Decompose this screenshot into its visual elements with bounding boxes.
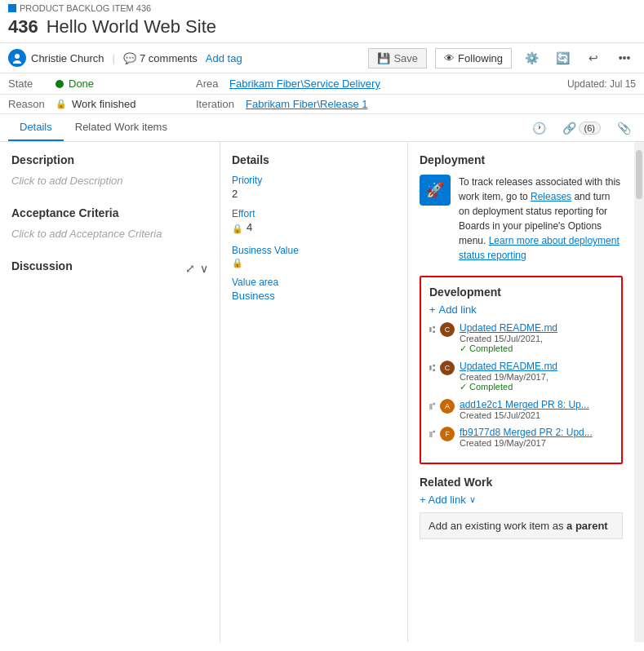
save-button[interactable]: 💾 Save	[368, 48, 427, 69]
state-field: State Done	[8, 78, 180, 90]
iteration-label: Iteration	[196, 98, 241, 110]
development-title: Development	[429, 286, 613, 299]
comment-icon: 💬	[123, 52, 136, 64]
comments-button[interactable]: 💬 7 comments	[123, 52, 198, 64]
dev-sub-4: Created 19/May/2017	[460, 438, 593, 448]
dev-link-4[interactable]: fb9177d8 Merged PR 2: Upd...	[460, 427, 593, 438]
dev-item-content-3: add1e2c1 Merged PR 8: Up... Created 15/J…	[460, 399, 589, 420]
chevron-down-icon: ∨	[469, 494, 476, 505]
plus-icon-related: + Add link	[420, 494, 466, 506]
right-panel: Deployment 🚀 To track releases associate…	[408, 142, 634, 642]
reason-value[interactable]: Work finished	[72, 98, 136, 110]
item-number: 436	[8, 16, 38, 38]
discussion-icons: ⤢ ∨	[185, 262, 208, 275]
tab-related[interactable]: Related Work items	[64, 114, 179, 141]
related-work-box[interactable]: Add an existing work item as a parent	[420, 512, 623, 539]
related-work-title: Related Work	[420, 476, 623, 489]
state-value[interactable]: Done	[69, 78, 94, 90]
business-value-lock-icon: 🔒	[232, 258, 243, 268]
lock-icon: 🔒	[56, 99, 67, 109]
dev-sub-2: Created 19/May/2017,	[460, 372, 557, 382]
click-to-add-description[interactable]: Click to add Description	[11, 171, 208, 190]
related-add-link-button[interactable]: + Add link ∨	[420, 494, 623, 506]
eye-icon: 👁	[444, 52, 455, 64]
collapse-icon[interactable]: ∨	[200, 262, 208, 275]
scrollbar[interactable]	[634, 142, 644, 642]
dev-status-1: ✓ Completed	[460, 343, 557, 354]
following-button[interactable]: 👁 Following	[435, 48, 512, 69]
svg-point-0	[15, 54, 20, 59]
dev-status-2: ✓ Completed	[460, 382, 557, 392]
attachments-icon[interactable]: 📎	[612, 118, 636, 138]
dev-add-link-button[interactable]: + Add link	[429, 303, 613, 316]
following-label: Following	[458, 52, 503, 64]
add-link-label: Add link	[439, 303, 477, 316]
effort-value[interactable]: 4	[246, 221, 252, 233]
value-area-label: Value area	[232, 277, 396, 288]
history-icon[interactable]: 🕐	[527, 118, 551, 138]
action-bar: Christie Church | 💬 7 comments Add tag 💾…	[0, 43, 644, 73]
mid-panel: Details Priority 2 Effort 🔒 4 Business V…	[220, 142, 408, 642]
state-label: State	[8, 78, 51, 90]
dev-item: ⑆ C Updated README.md Created 15/Jul/202…	[429, 322, 613, 354]
effort-label: Effort	[232, 208, 396, 219]
save-label: Save	[393, 52, 418, 64]
deployment-title: Deployment	[420, 153, 623, 166]
avatar-3: A	[440, 399, 455, 414]
expand-icon[interactable]: ⤢	[185, 262, 195, 275]
related-existing-text: Add an existing work item as	[429, 520, 566, 532]
dev-item-content-4: fb9177d8 Merged PR 2: Upd... Created 19/…	[460, 427, 593, 448]
save-icon: 💾	[377, 52, 390, 64]
dev-link-2[interactable]: Updated README.md	[460, 361, 557, 372]
discussion-header: Discussion ⤢ ∨	[11, 259, 208, 277]
dev-item: ⑈ F fb9177d8 Merged PR 2: Upd... Created…	[429, 427, 613, 448]
status-dot	[56, 80, 64, 88]
click-to-add-acceptance[interactable]: Click to add Acceptance Criteria	[11, 224, 208, 243]
iteration-value[interactable]: Fabrikam Fiber\Release 1	[246, 98, 368, 110]
dev-link-1[interactable]: Updated README.md	[460, 322, 557, 334]
settings-button[interactable]: ⚙️	[520, 46, 543, 69]
product-label-text: PRODUCT BACKLOG ITEM 436	[20, 3, 151, 13]
item-title: Hello World Web Site	[47, 16, 216, 38]
reason-field: Reason 🔒 Work finished	[8, 98, 180, 110]
product-icon	[8, 4, 16, 12]
dev-item: ⑈ A add1e2c1 Merged PR 8: Up... Created …	[429, 399, 613, 420]
related-existing-bold: a parent	[566, 520, 608, 532]
refresh-button[interactable]: 🔄	[551, 46, 574, 69]
undo-button[interactable]: ↩	[582, 46, 605, 69]
dev-link-3[interactable]: add1e2c1 Merged PR 8: Up...	[460, 399, 589, 410]
add-tag-button[interactable]: Add tag	[206, 52, 242, 64]
separator: |	[113, 52, 115, 64]
discussion-title: Discussion	[11, 259, 73, 272]
area-field: Area Fabrikam Fiber\Service Delivery	[196, 78, 392, 90]
details-title: Details	[232, 153, 396, 166]
area-label: Area	[196, 78, 224, 90]
effort-field: 🔒 4	[232, 221, 396, 237]
area-value[interactable]: Fabrikam Fiber\Service Delivery	[229, 78, 380, 90]
business-value-label: Business Value	[232, 245, 396, 256]
tab-details[interactable]: Details	[8, 114, 64, 141]
more-button[interactable]: •••	[613, 46, 636, 69]
business-value-field: 🔒	[232, 258, 396, 268]
product-label: PRODUCT BACKLOG ITEM 436	[8, 3, 636, 13]
avatar-1: C	[440, 322, 455, 337]
links-tab[interactable]: 🔗 (6)	[557, 118, 606, 138]
deploy-icon: 🚀	[420, 175, 451, 206]
scrollbar-thumb[interactable]	[636, 150, 642, 199]
deployment-box: 🚀 To track releases associated with this…	[420, 175, 623, 263]
left-panel: Description Click to add Description Acc…	[0, 142, 220, 642]
user-info: Christie Church	[8, 49, 104, 67]
avatar-4: F	[440, 427, 455, 441]
releases-link[interactable]: Releases	[531, 191, 571, 202]
dev-sub-1: Created 15/Jul/2021,	[460, 334, 557, 343]
user-name: Christie Church	[31, 52, 104, 64]
learn-more-link[interactable]: Learn more about deployment status repor…	[459, 235, 620, 261]
value-area-value[interactable]: Business	[232, 290, 396, 302]
content-area: Description Click to add Description Acc…	[0, 142, 644, 642]
priority-value[interactable]: 2	[232, 188, 396, 200]
links-badge: (6)	[579, 122, 601, 135]
avatar-2: C	[440, 361, 455, 375]
dev-item-content-1: Updated README.md Created 15/Jul/2021, ✓…	[460, 322, 557, 354]
priority-label: Priority	[232, 175, 396, 186]
svg-point-1	[13, 60, 21, 64]
